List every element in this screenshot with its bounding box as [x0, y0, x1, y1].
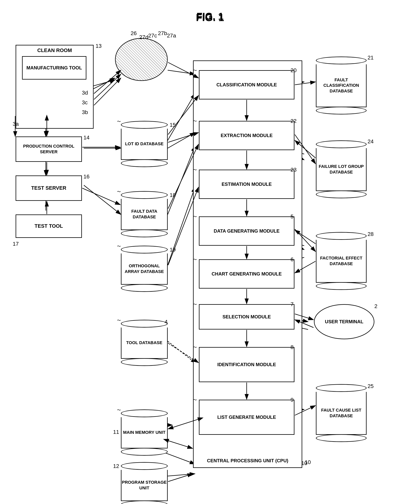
chart-generating-module-box: CHART GENERATING MODULE: [199, 259, 294, 288]
label-5: 5: [291, 214, 294, 220]
tilde-22: 〜: [193, 119, 197, 124]
selection-module-box: SELECTION MODULE: [199, 304, 294, 330]
classification-module-box: CLASSIFICATION MODULE: [199, 70, 294, 99]
label-3d: 3d: [82, 90, 88, 96]
tilde-8: 〜: [193, 345, 197, 350]
label-24: 24: [367, 138, 374, 145]
label-27d: 27d: [139, 34, 148, 40]
label-22: 22: [291, 118, 297, 124]
orthogonal-array-database: ORTHOGONAL ARRAY DATABASE: [121, 246, 168, 292]
clean-room-label: CLEAN ROOM: [37, 47, 72, 54]
label-12: 12: [113, 463, 119, 469]
label-10-outside: 10: [301, 460, 307, 466]
label-15: 15: [170, 122, 176, 128]
estimation-module-box: ESTIMATION MODULE: [199, 170, 294, 199]
label-11: 11: [113, 429, 119, 435]
tool-database: TOOL DATABASE: [121, 320, 168, 366]
tilde-15: 〜: [117, 119, 121, 124]
production-control-server-box: PRODUCTION CONTROL SERVER: [16, 137, 82, 162]
tilde-20: 〜: [193, 68, 197, 73]
svg-line-15: [168, 187, 195, 265]
data-generating-module-box: DATA GENERATING MODULE: [199, 216, 294, 246]
label-9: 9: [291, 397, 294, 403]
label-18: 18: [170, 192, 176, 198]
label-17: 17: [13, 241, 19, 247]
diagram: FIG. 1: [0, 0, 420, 504]
label-3c: 3c: [82, 99, 88, 106]
svg-line-69: [168, 474, 193, 482]
label-27c: 27c: [148, 33, 157, 39]
wafer: [115, 38, 168, 81]
list-generate-module-box: LIST GENERATE MODULE: [199, 400, 294, 435]
svg-line-9: [168, 70, 195, 74]
program-storage-unit: PROGRAM STORAGE UNIT: [121, 462, 168, 504]
identification-module-box: IDENTIFICATION MODULE: [199, 347, 294, 382]
label-4: 4: [165, 319, 168, 325]
label-23: 23: [291, 167, 297, 173]
svg-line-20: [168, 341, 195, 363]
cpu-label: CENTRAL PROCESSING UNIT (CPU): [207, 458, 288, 463]
tilde-18: 〜: [117, 189, 121, 194]
clean-room-box: CLEAN ROOM MANUFACTURING TOOL: [16, 45, 94, 129]
failure-lot-group-database: FAILURE LOT GROUP DATABASE: [316, 140, 366, 198]
tilde-23: 〜: [193, 167, 197, 173]
label-26: 26: [131, 30, 137, 36]
label-21: 21: [367, 54, 374, 61]
label-3a: 3a: [13, 121, 19, 127]
factorial-effect-database: FACTORIAL EFFECT DATABASE: [316, 232, 366, 290]
extraction-module-box: EXTRACTION MODULE: [199, 121, 294, 150]
label-27b: 27b: [158, 30, 167, 36]
label-28: 28: [367, 231, 374, 237]
svg-line-68: [168, 441, 193, 448]
test-tool-box: TEST TOOL: [16, 215, 82, 238]
tilde-11: 〜: [117, 408, 121, 413]
manufacturing-tool-box: MANUFACTURING TOOL: [22, 56, 86, 79]
fig-title: FIG. 1: [197, 11, 224, 22]
fault-data-database: FAULT DATA DATABASE: [121, 191, 168, 237]
label-14: 14: [84, 135, 90, 141]
svg-line-41: [82, 188, 120, 205]
label-13: 13: [96, 43, 102, 49]
label-8: 8: [291, 344, 294, 350]
label-25: 25: [367, 383, 374, 389]
svg-line-11: [168, 132, 195, 148]
tilde-6: 〜: [193, 257, 197, 262]
lot-id-database: LOT ID DATABASE: [121, 121, 168, 167]
label-27a: 27a: [167, 33, 176, 39]
test-server-box: TEST SERVER: [16, 175, 82, 201]
svg-line-7: [84, 185, 121, 215]
fault-classification-database: FAULT CLASSIFICATION DATABASE: [316, 57, 366, 114]
label-7: 7: [291, 301, 294, 307]
svg-line-12: [168, 146, 195, 215]
label-16: 16: [84, 174, 90, 180]
tilde-5: 〜: [193, 214, 197, 219]
svg-line-43: [94, 74, 121, 99]
main-memory-unit: MAIN MEMORY UNIT: [121, 409, 168, 456]
label-3b: 3b: [82, 109, 88, 115]
svg-line-42: [94, 70, 121, 94]
label-6: 6: [291, 256, 294, 263]
tilde-19: 〜: [117, 244, 121, 249]
tilde-9: 〜: [193, 397, 197, 403]
user-terminal: USER TERMINAL: [314, 304, 374, 339]
tilde-7: 〜: [193, 302, 197, 307]
label-2: 2: [374, 303, 378, 309]
fault-cause-list-database: FAULT CAUSE LIST DATABASE: [316, 384, 366, 442]
tilde-4: 〜: [117, 318, 121, 323]
svg-line-44: [94, 78, 121, 105]
svg-line-10: [168, 94, 195, 140]
label-20: 20: [291, 67, 297, 73]
label-19: 19: [170, 247, 176, 253]
